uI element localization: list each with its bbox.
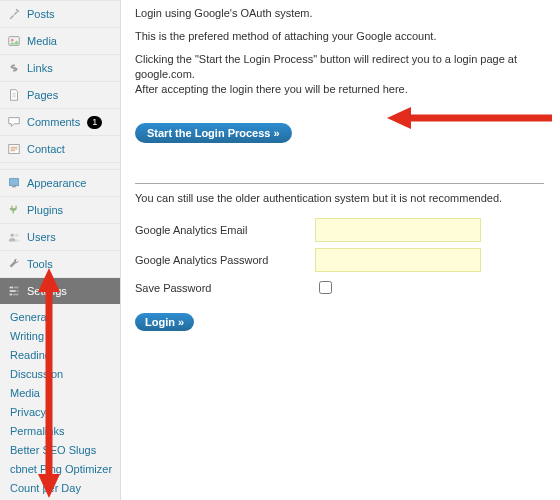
sub-cbnet-ping[interactable]: cbnet Ping Optimizer [0,460,120,479]
svg-rect-9 [10,290,16,292]
users-icon [6,229,22,245]
sidebar-item-media[interactable]: Media [0,28,120,54]
svg-point-6 [15,234,19,238]
svg-rect-8 [14,287,18,289]
contact-icon [6,141,22,157]
login-button[interactable]: Login » [135,313,194,331]
svg-rect-10 [17,290,19,292]
section-divider [135,183,544,184]
start-login-button[interactable]: Start the Login Process » [135,123,292,143]
ga-email-input[interactable] [315,218,481,242]
page-icon [6,87,22,103]
oauth-line3: After accepting the login there you will… [135,82,544,97]
appearance-icon [6,175,22,191]
svg-point-1 [11,39,14,42]
comment-count-badge: 1 [87,116,102,129]
sidebar-item-comments[interactable]: Comments1 [0,109,120,135]
svg-rect-11 [10,294,13,296]
sub-discussion[interactable]: Discussion [0,365,120,384]
sidebar-item-users[interactable]: Users [0,224,120,250]
legacy-auth-hint: You can still use the older authenticati… [135,192,544,204]
sub-media[interactable]: Media [0,384,120,403]
oauth-line1: This is the prefered method of attaching… [135,29,544,44]
sub-privacy[interactable]: Privacy [0,403,120,422]
sub-count-per-day[interactable]: Count per Day [0,479,120,498]
sidebar-item-contact[interactable]: Contact [0,136,120,162]
sub-general[interactable]: General [0,308,120,327]
svg-rect-7 [10,287,14,289]
sub-reading[interactable]: Reading [0,346,120,365]
label-email: Google Analytics Email [135,224,315,236]
sidebar-item-plugins[interactable]: Plugins [0,197,120,223]
sidebar-item-settings[interactable]: Settings [0,278,120,304]
svg-point-5 [11,234,15,238]
comments-icon [6,114,22,130]
save-password-checkbox[interactable] [319,281,332,294]
oauth-section: Login using Google's OAuth system. This … [135,6,544,97]
sidebar-item-appearance[interactable]: Appearance [0,170,120,196]
oauth-heading: Login using Google's OAuth system. [135,6,544,21]
sub-writing[interactable]: Writing [0,327,120,346]
pin-icon [6,6,22,22]
oauth-line2: Clicking the "Start the Login Process" b… [135,52,544,82]
ga-password-input[interactable] [315,248,481,272]
link-icon [6,60,22,76]
settings-icon [6,283,22,299]
main-content: Login using Google's OAuth system. This … [120,0,560,500]
label-password: Google Analytics Password [135,254,315,266]
media-icon [6,33,22,49]
svg-rect-12 [13,294,18,296]
plugins-icon [6,202,22,218]
svg-rect-4 [12,186,16,188]
admin-sidebar: Posts Media Links Pages Comments1 Contac… [0,0,120,500]
sidebar-item-links[interactable]: Links [0,55,120,81]
label-save-password: Save Password [135,282,315,294]
sub-better-seo-slugs[interactable]: Better SEO Slugs [0,441,120,460]
sidebar-item-posts[interactable]: Posts [0,1,120,27]
sidebar-item-pages[interactable]: Pages [0,82,120,108]
tools-icon [6,256,22,272]
sidebar-item-tools[interactable]: Tools [0,251,120,277]
svg-rect-3 [10,179,19,186]
sub-permalinks[interactable]: Permalinks [0,422,120,441]
